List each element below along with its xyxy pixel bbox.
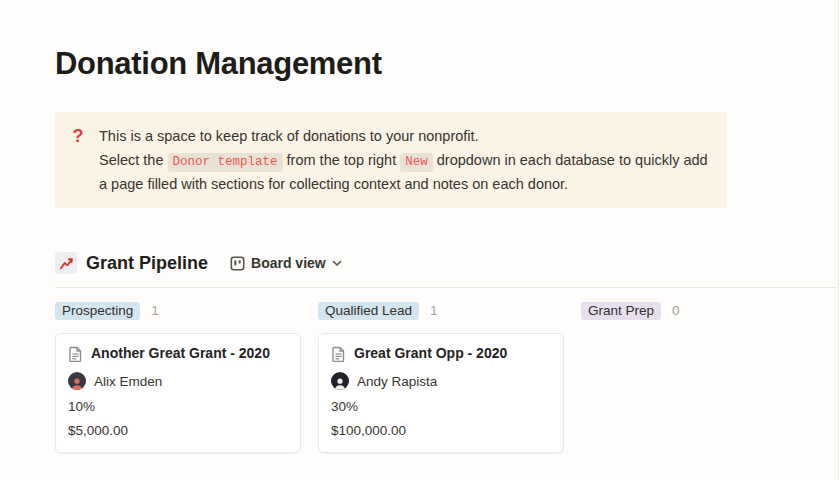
callout-line2-part1: Select the — [99, 152, 168, 168]
card-title-row: Great Grant Opp - 2020 — [331, 344, 551, 363]
collection-title[interactable]: Grant Pipeline — [86, 253, 208, 274]
grant-card-great-grant-opp[interactable]: Great Grant Opp - 2020 Andy Rapista 30% … — [318, 333, 564, 453]
new-code: New — [400, 153, 433, 172]
column-cards: Another Great Grant - 2020 Alix Emden 10… — [55, 333, 301, 453]
card-percent: 30% — [331, 398, 551, 416]
question-mark-icon: ? — [69, 124, 87, 148]
page-document-icon — [68, 346, 83, 362]
card-person-row: Alix Emden — [68, 372, 288, 390]
board-column-qualified-lead: Qualified Lead 1 Great Grant Opp - — [318, 300, 564, 453]
board-view-icon — [230, 256, 245, 271]
page-document-icon — [331, 346, 346, 362]
card-title-row: Another Great Grant - 2020 — [68, 344, 288, 363]
person-name: Alix Emden — [94, 374, 162, 389]
header-divider — [55, 287, 837, 288]
person-name: Andy Rapista — [357, 374, 437, 389]
column-header[interactable]: Qualified Lead 1 — [318, 300, 564, 321]
column-header[interactable]: Prospecting 1 — [55, 300, 301, 321]
line-chart-icon — [55, 252, 77, 274]
card-title: Great Grant Opp - 2020 — [354, 344, 507, 363]
card-person-row: Andy Rapista — [331, 372, 551, 390]
grant-card-another-great-grant[interactable]: Another Great Grant - 2020 Alix Emden 10… — [55, 333, 301, 453]
column-header[interactable]: Grant Prep 0 — [581, 300, 827, 321]
callout-box: ? This is a space to keep track of donat… — [55, 112, 727, 208]
callout-line1: This is a space to keep track of donatio… — [99, 128, 479, 144]
board-view-label: Board view — [251, 255, 326, 271]
avatar-andy-rapista — [331, 372, 349, 390]
page-title: Donation Management — [55, 46, 382, 82]
card-amount: $100,000.00 — [331, 422, 551, 440]
board-view-switcher[interactable]: Board view — [230, 255, 342, 271]
callout-line2-part2: from the top right — [283, 152, 401, 168]
card-percent: 10% — [68, 398, 288, 416]
column-count: 0 — [672, 303, 680, 318]
chevron-down-icon — [332, 260, 342, 267]
card-amount: $5,000.00 — [68, 422, 288, 440]
grant-pipeline-board: Prospecting 1 Another Great Grant - — [55, 300, 827, 453]
column-count: 1 — [430, 303, 438, 318]
column-count: 1 — [151, 303, 159, 318]
collection-header: Grant Pipeline Board view — [55, 252, 342, 274]
board-column-grant-prep: Grant Prep 0 — [581, 300, 827, 453]
status-pill-qualified-lead[interactable]: Qualified Lead — [318, 302, 419, 320]
page-right-edge — [838, 0, 839, 480]
column-cards: Great Grant Opp - 2020 Andy Rapista 30% … — [318, 333, 564, 453]
status-pill-prospecting[interactable]: Prospecting — [55, 302, 140, 320]
card-title: Another Great Grant - 2020 — [91, 344, 270, 363]
status-pill-grant-prep[interactable]: Grant Prep — [581, 302, 661, 320]
avatar-alix-emden — [68, 372, 86, 390]
donor-template-code: Donor template — [168, 153, 283, 172]
board-column-prospecting: Prospecting 1 Another Great Grant - — [55, 300, 301, 453]
callout-text: This is a space to keep track of donatio… — [99, 124, 711, 196]
